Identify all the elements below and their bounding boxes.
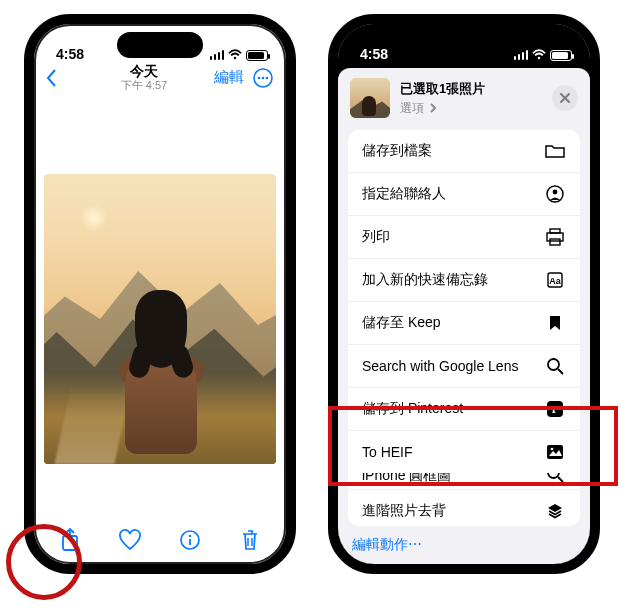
contact-icon [544,183,566,205]
options-label: 選項 [400,100,424,117]
nav-bar: 今天 下午 4:57 編輯 [34,62,286,95]
action-google-lens[interactable]: Search with Google Lens [348,344,580,387]
nav-subtitle: 下午 4:57 [121,79,167,91]
action-label: 儲存至 Keep [362,314,441,332]
battery-icon [550,50,572,61]
action-label: To HEIF [362,444,413,460]
svg-point-16 [548,359,559,370]
svg-point-0 [234,57,236,59]
options-button[interactable]: 選項 [400,100,438,117]
more-button[interactable] [252,67,274,89]
svg-point-20 [551,448,554,451]
dynamic-island [421,32,507,58]
action-label: 列印 [362,228,390,246]
pinterest-icon: P [544,398,566,420]
status-indicators [502,48,572,62]
svg-point-2 [258,76,261,79]
quicknote-icon: Aa [544,269,566,291]
delete-button[interactable] [236,526,264,554]
svg-point-4 [266,76,269,79]
action-label: iPhone 圓框圖 [362,473,451,485]
action-save-to-keep[interactable]: 儲存至 Keep [348,301,580,344]
folder-icon [544,140,566,162]
svg-point-21 [548,473,559,478]
action-label: 儲存到 Pinterest [362,400,463,418]
action-to-heif[interactable]: To HEIF [348,430,580,473]
svg-rect-19 [547,445,563,459]
share-sheet-title: 已選取1張照片 [400,80,485,98]
back-button[interactable] [44,67,60,89]
svg-text:P: P [552,403,559,415]
action-advanced-remove-bg[interactable]: 進階照片去背 [348,489,580,526]
wifi-icon [228,48,242,62]
nav-title-group: 今天 下午 4:57 [121,64,167,91]
search-icon [544,355,566,377]
cell-signal-icon [210,50,225,60]
action-iphone-round-frame[interactable]: iPhone 圓框圖 [348,473,580,489]
battery-icon [246,50,268,61]
svg-point-7 [189,535,191,537]
action-save-to-pinterest[interactable]: 儲存到 Pinterest P [348,387,580,430]
share-sheet: 已選取1張照片 選項 儲存到檔案 指定給聯絡人 [338,68,590,564]
action-print[interactable]: 列印 [348,215,580,258]
wifi-icon [532,48,546,62]
status-time: 4:58 [360,46,420,62]
status-indicators [198,48,268,62]
favorite-button[interactable] [116,526,144,554]
image-icon [544,441,566,463]
action-label: 指定給聯絡人 [362,185,446,203]
action-label: 加入新的快速備忘錄 [362,271,488,289]
annotation-circle-share [6,524,82,600]
action-label: Search with Google Lens [362,358,518,374]
svg-point-8 [538,57,540,59]
share-actions-list: 儲存到檔案 指定給聯絡人 列印 加入新的快速備忘錄 Aa [348,130,580,526]
close-button[interactable] [552,85,578,111]
cell-signal-icon [514,50,529,60]
status-time: 4:58 [56,46,116,62]
nav-title: 今天 [121,64,167,79]
svg-point-10 [553,190,558,195]
phone-mockup-share-sheet: 4:58 已選取1張照片 選項 [328,14,600,574]
bookmark-icon [544,312,566,334]
action-assign-to-contact[interactable]: 指定給聯絡人 [348,172,580,215]
phone-mockup-photos: 4:58 今天 下午 4:57 編輯 [24,14,296,574]
svg-rect-13 [550,239,560,245]
edit-share-actions-button[interactable]: 編輯動作⋯ [338,526,590,564]
dynamic-island [117,32,203,58]
action-add-quick-note[interactable]: 加入新的快速備忘錄 Aa [348,258,580,301]
action-label: 進階照片去背 [362,502,446,520]
action-label: 儲存到檔案 [362,142,432,160]
info-button[interactable] [176,526,204,554]
share-sheet-header: 已選取1張照片 選項 [338,68,590,126]
search-icon [544,473,566,485]
svg-text:Aa: Aa [549,276,561,286]
printer-icon [544,226,566,248]
edit-button[interactable]: 編輯 [214,68,244,87]
layers-icon [544,500,566,522]
action-save-to-files[interactable]: 儲存到檔案 [348,130,580,172]
photo-preview[interactable] [44,174,276,464]
svg-point-3 [262,76,265,79]
selected-photo-thumbnail [350,78,390,118]
